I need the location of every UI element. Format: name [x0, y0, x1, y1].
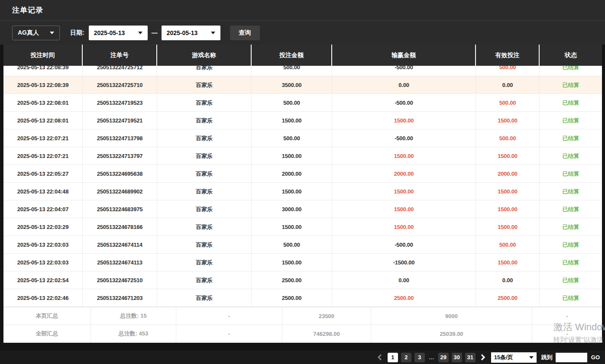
table-row[interactable]: 2025-05-13 22:03:03250513224674114百家乐500… [3, 236, 602, 254]
jump-page-input[interactable] [556, 353, 587, 362]
bet-amount: 3000.00 [252, 200, 332, 218]
bet-number: 250513224725710 [83, 76, 157, 94]
bet-time: 2025-05-13 22:04:48 [3, 183, 83, 200]
page-button-3[interactable]: 3 [414, 353, 425, 362]
table-row[interactable]: 2025-05-13 22:03:03250513224674113百家乐150… [3, 254, 602, 271]
table-body: 2025-05-13 22:08:39250513224725712百家乐500… [3, 66, 602, 307]
summary-bet-total: 23500 [282, 307, 371, 325]
bet-time: 2025-05-13 22:08:01 [3, 94, 83, 112]
table-row[interactable]: 2025-05-13 22:05:27250513224695638百家乐200… [3, 165, 602, 183]
prev-page-button[interactable] [375, 353, 385, 362]
bet-amount: 500.00 [252, 129, 332, 147]
summary-win-loss-total: 9000 [371, 307, 532, 325]
page-buttons: 123…293031 [388, 353, 476, 362]
table-row[interactable]: 2025-05-13 22:08:01250513224719521百家乐150… [3, 112, 602, 129]
status-badge: 已结算 [540, 236, 602, 254]
win-loss-amount: -1500.00 [332, 254, 476, 271]
status-badge: 已结算 [540, 183, 602, 200]
bet-number: 250513224695638 [83, 165, 157, 183]
page-button-2[interactable]: 2 [401, 353, 411, 362]
table-row[interactable]: 2025-05-13 22:02:54250513224672510百家乐250… [3, 271, 602, 289]
chevron-down-icon [211, 32, 215, 34]
win-loss-amount: 2500.00 [332, 289, 476, 307]
valid-bet: 500.00 [476, 94, 540, 112]
win-loss-amount: 0.00 [332, 76, 476, 94]
valid-bet: 2000.00 [476, 165, 540, 183]
table-row[interactable]: 2025-05-13 22:07:21250513224713798百家乐500… [3, 129, 602, 147]
date-from-select[interactable]: 2025-05-13 [89, 26, 148, 40]
date-range-separator: — [152, 29, 158, 36]
summary-bet-count: 总注数: 15 [91, 307, 176, 325]
bet-time: 2025-05-13 22:04:07 [3, 200, 83, 218]
bet-time: 2025-05-13 22:02:46 [3, 289, 83, 307]
table-row[interactable]: 2025-05-13 22:04:07250513224683975百家乐300… [3, 200, 602, 218]
bet-time: 2025-05-13 22:03:03 [3, 236, 83, 254]
game-name: 百家乐 [157, 254, 252, 271]
bet-number: 250513224719523 [83, 94, 157, 112]
status-badge: 已结算 [540, 94, 602, 112]
table-row[interactable]: 2025-05-13 22:08:39250513224725712百家乐500… [3, 66, 602, 76]
valid-bet: 0.00 [476, 76, 540, 94]
next-page-button[interactable] [479, 353, 488, 362]
summary-win-loss-total: 25039.00 [371, 325, 532, 342]
win-loss-amount: 2000.00 [332, 165, 476, 183]
bet-number: 250513224678166 [83, 218, 157, 236]
win-loss-amount: 1500.00 [332, 112, 476, 129]
summary-table: 本页汇总总注数: 15-235009000-全部汇总总注数: 453-74629… [3, 307, 602, 343]
game-name: 百家乐 [157, 218, 252, 236]
valid-bet: 1500.00 [476, 218, 540, 236]
bet-amount: 1500.00 [252, 254, 332, 271]
table-row[interactable]: 2025-05-13 22:02:46250513224671203百家乐250… [3, 289, 602, 307]
table-row[interactable]: 2025-05-13 22:07:21250513224713797百家乐150… [3, 147, 602, 165]
valid-bet: 1500.00 [476, 254, 540, 271]
table-row[interactable]: 2025-05-13 22:08:39250513224725710百家乐350… [3, 76, 602, 94]
bet-time: 2025-05-13 22:08:01 [3, 112, 83, 129]
bet-amount: 2500.00 [252, 289, 332, 307]
page-size-select[interactable]: 15条/页 [491, 352, 537, 363]
bet-time: 2025-05-13 22:03:29 [3, 218, 83, 236]
page-button-29[interactable]: 29 [438, 353, 449, 362]
table-row[interactable]: 2025-05-13 22:03:29250513224678166百家乐150… [3, 218, 602, 236]
filter-bar: AG真人 日期: 2025-05-13 — 2025-05-13 查询 [0, 21, 605, 45]
game-name: 百家乐 [157, 147, 252, 165]
page-button-1[interactable]: 1 [388, 353, 398, 362]
column-header: 输赢金额 [332, 45, 476, 66]
table-row[interactable]: 2025-05-13 22:08:01250513224719523百家乐500… [3, 94, 602, 112]
title-bar: 注单记录 [0, 0, 605, 21]
game-name: 百家乐 [157, 289, 252, 307]
date-from-value: 2025-05-13 [94, 29, 125, 36]
date-to-value: 2025-05-13 [167, 29, 198, 36]
query-button[interactable]: 查询 [230, 26, 260, 40]
bet-amount: 500.00 [252, 66, 332, 76]
page-button-30[interactable]: 30 [452, 353, 462, 362]
date-to-select[interactable]: 2025-05-13 [162, 26, 220, 40]
bet-time: 2025-05-13 22:08:39 [3, 66, 83, 76]
pagination-bar: 123…293031 15条/页 跳到 GO [0, 351, 605, 364]
bet-amount: 1500.00 [252, 147, 332, 165]
table-row[interactable]: 2025-05-13 22:04:48250513224689902百家乐150… [3, 183, 602, 200]
column-header: 状态 [540, 45, 602, 66]
win-loss-amount: 0.00 [332, 271, 476, 289]
win-loss-amount: 1500.00 [332, 200, 476, 218]
bet-number: 250513224713797 [83, 147, 157, 165]
game-name: 百家乐 [157, 94, 252, 112]
bet-number: 250513224672510 [83, 271, 157, 289]
bet-number: 250513224725712 [83, 66, 157, 76]
date-label: 日期: [70, 29, 84, 37]
bet-number: 250513224674113 [83, 254, 157, 271]
valid-bet: 500.00 [476, 129, 540, 147]
bet-number: 250513224671203 [83, 289, 157, 307]
column-header: 投注金额 [252, 45, 332, 66]
status-badge: 已结算 [540, 76, 602, 94]
bet-amount: 500.00 [252, 236, 332, 254]
page-size-value: 15条/页 [494, 354, 513, 361]
game-name: 百家乐 [157, 200, 252, 218]
go-button[interactable]: GO [591, 354, 600, 361]
summary-bet-count: 总注数: 453 [91, 325, 176, 342]
status-badge: 已结算 [540, 218, 602, 236]
valid-bet: 1500.00 [476, 112, 540, 129]
summary-row: 全部汇总总注数: 453-746298.0025039.00- [3, 325, 602, 343]
page-button-31[interactable]: 31 [465, 353, 476, 362]
platform-select[interactable]: AG真人 [12, 26, 60, 40]
status-badge: 已结算 [540, 254, 602, 271]
